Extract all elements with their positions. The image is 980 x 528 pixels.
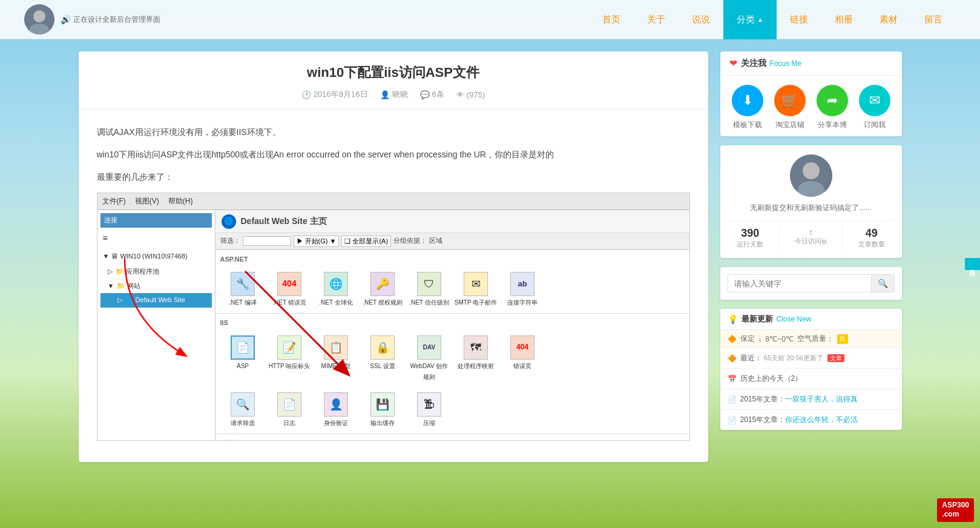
iis-icon-net-error[interactable]: 404 .NET 错误页 [267, 269, 312, 311]
meta-comments: 💬 6条 [420, 89, 444, 100]
iis-icon-asp[interactable]: 📄 ASP [220, 333, 266, 385]
shop-icon: 🛒 [774, 85, 806, 116]
articles-num: 49 [858, 227, 885, 240]
nav-album[interactable]: 相册 [821, 0, 866, 39]
iis-icon-http-header[interactable]: 📝 HTTP 响应标头 [267, 333, 312, 385]
iis-show-all-btn[interactable]: ❑ 全部显示(A) [341, 236, 391, 247]
compress-icon: 🗜 [417, 392, 441, 417]
iis-toolbar-icon[interactable]: ≡ [103, 231, 108, 246]
nav-about[interactable]: 关于 [634, 0, 679, 39]
iis-screenshot-wrapper: 文件(F) 视图(V) 帮助(H) 连接 ≡ ▼ [97, 193, 690, 441]
iis-tree-apppool[interactable]: ▷ 📁 应用程序池 [100, 265, 212, 279]
iis-icon-ssl[interactable]: 🔒 SSL 设置 [360, 333, 406, 385]
iis-icon-compress[interactable]: 🗜 压缩 [407, 390, 452, 431]
logo-area: 🔊 正在设计全新后台管理界面 [24, 4, 160, 35]
visits-num: ↑ [795, 227, 827, 237]
iis-icon-webdav[interactable]: DAV WebDAV 创作规则 [407, 333, 452, 385]
net-global-icon: 🌐 [324, 272, 348, 296]
btn-taobao[interactable]: 🛒 淘宝店铺 [774, 85, 806, 130]
article-link-2[interactable]: 你还这么年轻，不必活 [785, 415, 858, 424]
recent-item4-icon: 📄 [728, 415, 737, 426]
recent-item2-icon: 📅 [728, 374, 737, 384]
iis-icon-handler[interactable]: 🗺 处理程序映射 [453, 333, 499, 385]
iis-icon-net-global[interactable]: 🌐 .NET 全球化 [314, 269, 359, 311]
weather-icon: 🔶 [728, 335, 737, 343]
iis-icon-net-trust[interactable]: 🛡 .NET 信任级别 [407, 269, 452, 311]
iis-icon-connstr[interactable]: ab 连接字符串 [500, 269, 545, 311]
nav-links[interactable]: 链接 [777, 0, 821, 39]
iis-icon-log[interactable]: 📄 日志 [267, 390, 312, 431]
sidebar: ❤ 关注我 Focus Me ⬇ 模板下载 🛒 淘宝店铺 ➦ 分享本博 [720, 51, 902, 462]
mime-icon: 📋 [324, 335, 348, 360]
recent-content: 💡 最新更新 Close New 🔶 保定 ↓ 8℃~0℃ 空气质量： 良 🔶 … [720, 309, 902, 430]
iis-icon-reqfilter[interactable]: 🔍 请求筛选 [220, 390, 266, 431]
iis-tree-sites[interactable]: ▼ 📁 网站 [100, 279, 212, 294]
net-error-icon: 404 [277, 272, 301, 296]
menu-file[interactable]: 文件(F) [102, 195, 126, 208]
follow-label: 关注我 [741, 58, 766, 69]
iis-icon-smtp[interactable]: ✉ SMTP 电子邮件 [453, 269, 499, 311]
iis-icon-mime[interactable]: 📋 MIME 类型 [314, 333, 359, 385]
air-quality-badge: 良 [837, 334, 848, 344]
meta-author: 👤 晓晓 [380, 89, 408, 100]
iis-icon-cache[interactable]: 💾 输出缓存 [360, 390, 406, 431]
nav-category[interactable]: 分类 ▲ [723, 0, 777, 39]
search-widget: 🔍 [720, 267, 902, 300]
nav-guestbook[interactable]: 留言 [911, 0, 956, 39]
iis-filter-input[interactable] [243, 236, 291, 246]
person-icon: 👤 [380, 90, 390, 99]
connstr-icon: ab [510, 272, 534, 296]
article-link-1[interactable]: 一双筷子害人，说得真 [785, 395, 858, 403]
search-content: 🔍 [720, 267, 902, 300]
menu-help[interactable]: 帮助(H) [168, 195, 193, 208]
log-icon: 📄 [277, 392, 301, 417]
running-days-num: 390 [737, 227, 763, 240]
search-button[interactable]: 🔍 [871, 275, 894, 292]
search-input[interactable] [728, 275, 871, 292]
follow-widget: ❤ 关注我 Focus Me ⬇ 模板下载 🛒 淘宝店铺 ➦ 分享本博 [720, 51, 902, 136]
net-compile-icon: 🔧 [231, 272, 255, 296]
iis-icon-net-auth[interactable]: 🔑 .NET 授权规则 [360, 269, 406, 311]
sound-icon: 🔊 [61, 15, 71, 24]
comment-icon: 💬 [420, 90, 430, 99]
eye-icon: 👁 [456, 90, 464, 99]
recent-item-3: 📄 2015年文章：一双筷子害人，说得真 [720, 389, 902, 409]
iis-tree-win10[interactable]: ▼ 🖥 WIN10 (WIN10\97468) [100, 249, 212, 265]
asp-icon: 📄 [231, 335, 255, 360]
right-edge-tab[interactable]: 推荐 [965, 258, 980, 270]
iis-tree-defaultsite[interactable]: ▷ 🌐 Default Web Site [100, 293, 212, 308]
recent-item3-icon: 📄 [728, 394, 737, 405]
recent-new: Close New [777, 315, 812, 323]
iis-section-iis: IIS [215, 313, 689, 331]
nav-arrow-icon: ▲ [757, 16, 763, 23]
iis-icon-net-compile[interactable]: 🔧 .NET 编译 [220, 269, 266, 311]
http-header-icon: 📝 [277, 335, 301, 360]
avatar [24, 4, 54, 35]
iis-right-header: 🌐 Default Web Site 主页 [215, 210, 689, 233]
iis-icon-errorpage[interactable]: 404 错误页 [500, 333, 545, 385]
recent-item-2[interactable]: 📅 历史上的今天（2） [720, 368, 902, 389]
iis-iis-icons: 📄 ASP 📝 HTTP 响应标头 📋 MIME 类型 [215, 331, 689, 388]
btn-subscribe[interactable]: ✉ 订阅我 [859, 85, 890, 130]
iis-tree-toolbar: ≡ [100, 229, 212, 247]
errorpage-icon: 404 [510, 335, 534, 360]
btn-share[interactable]: ➦ 分享本博 [817, 85, 848, 130]
net-auth-icon: 🔑 [370, 272, 395, 296]
btn-template[interactable]: ⬇ 模板下载 [732, 85, 763, 130]
nav-home[interactable]: 首页 [589, 0, 634, 39]
share-icon: ➦ [817, 85, 848, 116]
iis-start-btn[interactable]: ▶ 开始(G) ▼ [294, 236, 340, 247]
auth-icon: 👤 [324, 392, 348, 417]
menu-view[interactable]: 视图(V) [135, 195, 159, 208]
nav-talk[interactable]: 说说 [679, 0, 723, 39]
recent-icon: 💡 [728, 314, 738, 324]
reqfilter-icon: 🔍 [231, 392, 255, 417]
article-area: win10下配置iis访问ASP文件 🕐 2016年9月16日 👤 晓晓 💬 6… [79, 51, 708, 462]
recent-widget: 💡 最新更新 Close New 🔶 保定 ↓ 8℃~0℃ 空气质量： 良 🔶 … [720, 309, 902, 430]
site-globe-icon: 🌐 [222, 214, 236, 229]
iis-section-manage: 管理 [215, 434, 689, 440]
nav-material[interactable]: 素材 [866, 0, 911, 39]
iis-menubar: 文件(F) 视图(V) 帮助(H) [97, 193, 689, 211]
iis-toolbar: 筛选： ▶ 开始(G) ▼ ❑ 全部显示(A) 分组依据： 区域 [215, 233, 689, 249]
iis-icon-auth[interactable]: 👤 身份验证 [314, 390, 359, 431]
